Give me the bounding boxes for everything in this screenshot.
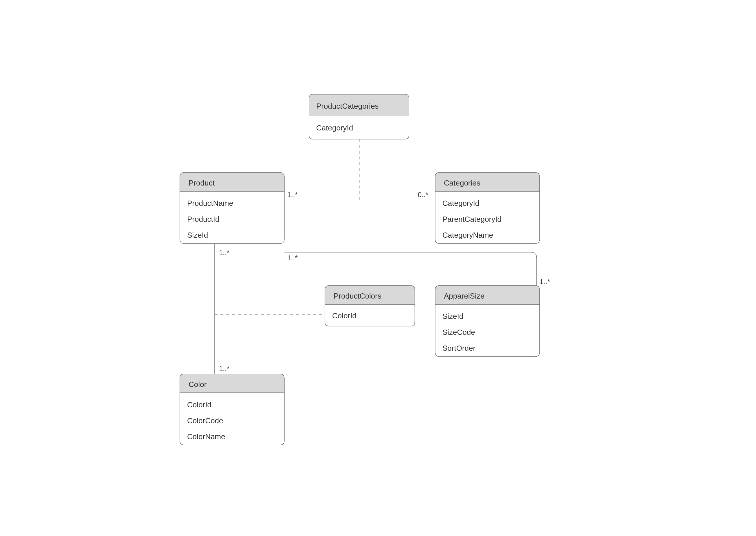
entity-color-title: Color bbox=[189, 380, 206, 389]
mult-product-color-bottom: 1..* bbox=[219, 365, 230, 373]
entity-categories-title: Categories bbox=[444, 179, 481, 187]
entity-productcolors: ProductColors ColorId bbox=[325, 285, 415, 326]
entity-product-title: Product bbox=[189, 179, 215, 187]
entity-product: Product ProductName ProductId SizeId bbox=[180, 173, 284, 244]
entity-categories: Categories CategoryId ParentCategoryId C… bbox=[435, 173, 540, 244]
entity-productcolors-attr-0: ColorId bbox=[332, 311, 357, 320]
entity-color: Color ColorId ColorCode ColorName bbox=[180, 374, 284, 445]
entity-apparelsize-attr-0: SizeId bbox=[442, 312, 463, 320]
mult-product-categories-left: 1..* bbox=[287, 191, 298, 199]
entity-apparelsize-title: ApparelSize bbox=[444, 292, 485, 300]
entity-color-attr-0: ColorId bbox=[187, 400, 211, 409]
entity-productcategories: ProductCategories CategoryId bbox=[309, 94, 409, 139]
entity-categories-attr-0: CategoryId bbox=[442, 199, 479, 208]
uml-diagram: 1..* 0..* 1..* 1..* 1..* 1..* ProductCat… bbox=[0, 0, 756, 536]
entity-color-attr-2: ColorName bbox=[187, 432, 225, 441]
entity-product-attr-1: ProductId bbox=[187, 215, 219, 223]
entity-apparelsize: ApparelSize SizeId SizeCode SortOrder bbox=[435, 285, 540, 356]
entity-productcategories-attr-0: CategoryId bbox=[316, 123, 353, 132]
mult-product-color-top: 1..* bbox=[219, 249, 230, 256]
rel-product-apparelsize bbox=[284, 252, 537, 285]
entity-categories-attr-2: CategoryName bbox=[442, 231, 493, 239]
mult-product-categories-right: 0..* bbox=[418, 191, 428, 199]
entity-product-attr-0: ProductName bbox=[187, 199, 233, 208]
entity-color-attr-1: ColorCode bbox=[187, 416, 223, 425]
entity-categories-attr-1: ParentCategoryId bbox=[442, 215, 502, 223]
entity-productcolors-title: ProductColors bbox=[334, 292, 381, 300]
mult-product-apparel-left: 1..* bbox=[287, 254, 298, 262]
entity-productcategories-title: ProductCategories bbox=[316, 102, 378, 111]
entity-apparelsize-attr-1: SizeCode bbox=[442, 328, 475, 337]
mult-product-apparel-right: 1..* bbox=[540, 278, 550, 285]
entity-apparelsize-attr-2: SortOrder bbox=[442, 344, 476, 352]
entity-product-attr-2: SizeId bbox=[187, 231, 208, 239]
